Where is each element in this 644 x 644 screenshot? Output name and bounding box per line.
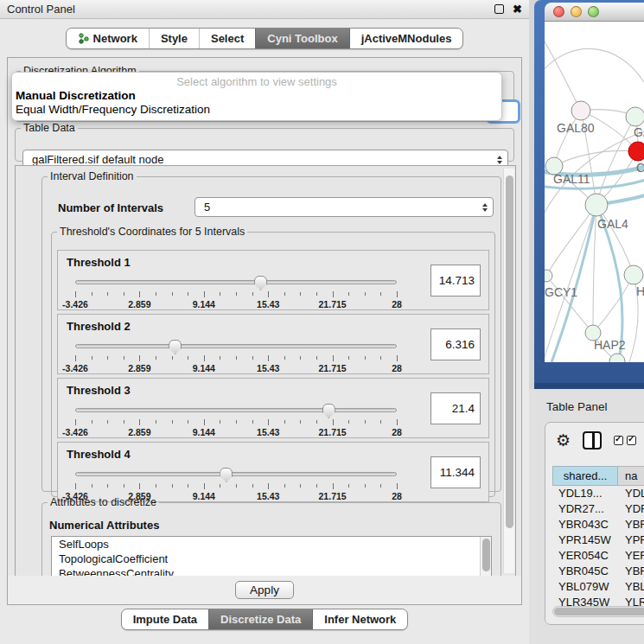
apply-button[interactable]: Apply (235, 581, 294, 599)
table-toolbar: ⚙ (556, 431, 636, 450)
tab-jactivemnodules[interactable]: jActiveMNodules (349, 29, 463, 48)
threshold-3-row: Threshold 3 -3.4262.8599.14415.4321.7152… (57, 378, 489, 438)
network-node[interactable] (571, 101, 590, 120)
table-row[interactable]: YBR043CYBR0 (552, 517, 644, 532)
table-row[interactable]: YPR145WYPR1 (552, 532, 644, 548)
list-scrollbar-thumb[interactable] (482, 539, 490, 571)
top-tab-bar: Network Style Select Cyni Toolbox jActiv… (0, 28, 529, 49)
network-node[interactable] (545, 270, 552, 282)
network-edge (554, 150, 638, 166)
network-node[interactable] (609, 354, 625, 362)
table-cell: YER054C (552, 548, 618, 564)
slider-track[interactable] (75, 472, 397, 476)
network-node[interactable] (628, 142, 644, 161)
slider-thumb[interactable] (322, 404, 335, 418)
slider-thumb[interactable] (220, 468, 233, 482)
slider-thumb[interactable] (254, 276, 267, 290)
table-cell: YBL079W (552, 579, 618, 595)
slider-ticks (75, 419, 397, 426)
network-canvas[interactable]: GAL80GACGAL11GAL4GCY1HHAP2 (545, 22, 644, 362)
bottom-tab-group: Impute Data Discretize Data Infer Networ… (121, 609, 409, 630)
tab-infer-network[interactable]: Infer Network (312, 609, 407, 629)
numerical-attribute-item[interactable]: SelfLoops (52, 537, 491, 552)
checkbox-pair (614, 436, 636, 445)
node-label: GAL80 (557, 121, 595, 135)
tab-network-label: Network (93, 32, 137, 45)
panel-scrollbar-thumb[interactable] (506, 175, 513, 528)
threshold-1-row: Threshold 1 -3.4262.8599.14415.4321.7152… (57, 250, 489, 310)
table-cell: YER0 (618, 548, 644, 564)
dropdown-option-manual-discretization[interactable]: Manual Discretization (12, 89, 501, 103)
table-panel-container: ⚙ shared... na YDL19...YDL1YDR27...YDR2Y… (545, 422, 644, 625)
network-edge (545, 35, 581, 111)
tab-network[interactable]: Network (67, 29, 149, 48)
column-header-shared[interactable]: shared... (552, 466, 618, 486)
threshold-4-row: Threshold 4 -3.4262.8599.14415.4321.7152… (57, 442, 489, 502)
table-horizontal-scrollbar[interactable] (552, 606, 644, 617)
tab-cyni-toolbox[interactable]: Cyni Toolbox (255, 29, 348, 48)
column-header-name[interactable]: na (618, 466, 644, 486)
table-panel: Table Panel ⚙ shared... na YDL19...YDL1Y… (529, 389, 644, 644)
panel-scrollbar[interactable] (503, 169, 514, 573)
close-icon[interactable]: ✖ (513, 3, 522, 15)
table-panel-title: Table Panel (546, 400, 608, 413)
slider-track[interactable] (75, 344, 397, 348)
float-window-icon[interactable] (494, 4, 504, 14)
network-node[interactable] (585, 194, 608, 216)
table-data-group: Table Data galFiltered.sif default node (15, 122, 514, 162)
attributes-to-discretize-label: Attributes to discretize (48, 496, 159, 508)
threshold-4-value-field[interactable]: 11.344 (430, 456, 481, 488)
list-scrollbar[interactable] (480, 537, 491, 577)
tab-discretize-data[interactable]: Discretize Data (208, 609, 312, 629)
threshold-3-value-field[interactable]: 21.4 (430, 392, 481, 424)
top-tab-group: Network Style Select Cyni Toolbox jActiv… (66, 28, 464, 49)
threshold-2-slider[interactable]: -3.4262.8599.14415.4321.71528 (75, 344, 397, 373)
slider-tick-labels: -3.4262.8599.14415.4321.71528 (75, 299, 397, 309)
window-frame-bottom (534, 383, 644, 389)
window-minimize-button[interactable] (571, 6, 582, 17)
network-edge (545, 48, 644, 82)
network-edge (593, 275, 634, 333)
checkbox-icon[interactable] (614, 436, 623, 445)
columns-icon[interactable] (583, 431, 602, 450)
dropdown-option-equal-width-frequency[interactable]: Equal Width/Frequency Discretization (12, 103, 501, 117)
gear-icon[interactable]: ⚙ (556, 432, 571, 449)
table-row[interactable]: YBR045CYBR0 (552, 564, 644, 579)
table-row[interactable]: YBL079WYBL0 (552, 579, 644, 595)
network-node[interactable] (624, 265, 643, 284)
network-edge (593, 205, 596, 333)
threshold-2-value-field[interactable]: 6.316 (430, 328, 481, 360)
interval-definition-group: Interval Definition Number of Intervals … (41, 170, 501, 492)
table-cell: YBR0 (618, 517, 644, 532)
interval-definition-label: Interval Definition (48, 170, 137, 182)
threshold-3-slider[interactable]: -3.4262.8599.14415.4321.71528 (75, 408, 397, 437)
tab-select[interactable]: Select (199, 29, 255, 48)
numerical-attribute-item[interactable]: TopologicalCoefficient (52, 552, 491, 566)
slider-track[interactable] (75, 408, 397, 412)
network-node[interactable] (626, 107, 644, 126)
threshold-1-slider[interactable]: -3.4262.8599.14415.4321.71528 (75, 280, 397, 309)
screen: Control Panel ✖ Network Style S (0, 0, 644, 644)
table-body: YDL19...YDL1YDR27...YDR2YBR043CYBR0YPR14… (552, 486, 644, 612)
table-scrollbar-thumb[interactable] (554, 608, 644, 615)
table-cell: YDL19... (552, 486, 618, 501)
table-row[interactable]: YER054CYER0 (552, 548, 644, 564)
table-cell: YBR043C (552, 517, 618, 532)
table-row[interactable]: YDR27...YDR2 (552, 501, 644, 517)
cyni-toolbox-panel: Discretization Algorithm Select algorith… (7, 57, 522, 605)
table-cell: YBR0 (618, 564, 644, 579)
number-of-intervals-combobox[interactable]: 5 (194, 197, 494, 217)
table-data-label: Table Data (21, 122, 78, 134)
numerical-attributes-list[interactable]: SelfLoopsTopologicalCoefficientBetweenne… (51, 536, 492, 577)
table-row[interactable]: YDL19...YDL1 (552, 486, 644, 501)
window-zoom-button[interactable] (588, 6, 599, 17)
checkbox-icon[interactable] (627, 436, 636, 445)
tab-impute-data[interactable]: Impute Data (122, 609, 208, 629)
threshold-1-value-field[interactable]: 14.713 (430, 265, 481, 296)
slider-thumb[interactable] (169, 340, 182, 354)
tab-style[interactable]: Style (149, 29, 199, 48)
network-window-titlebar[interactable] (545, 3, 644, 22)
slider-track[interactable] (75, 280, 397, 284)
dropdown-placeholder-item[interactable]: Select algorithm to view settings (12, 74, 501, 89)
window-close-button[interactable] (553, 6, 564, 17)
